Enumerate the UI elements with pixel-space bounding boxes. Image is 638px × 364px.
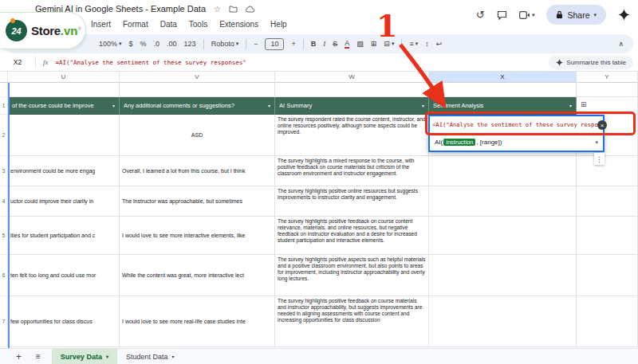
formula-input[interactable]: =AI("Analyse the sentiment of these surv… [56,59,246,66]
cell-u3[interactable]: environment could be more engag [8,156,120,186]
collapse-toolbar-icon[interactable]: ∧ [618,40,624,48]
star-icon[interactable]: ☆ [214,5,221,14]
currency-format-button[interactable]: $ [129,40,133,48]
comment-icon[interactable] [497,10,507,20]
row-header-6[interactable]: 6 [0,255,8,296]
formula-autocomplete[interactable]: AI( instruction , [range]) ▾ [430,134,603,151]
corner-box[interactable] [0,72,8,83]
increase-decimal-button[interactable]: .00 [167,40,177,48]
decrease-decimal-button[interactable]: .0 [154,40,160,48]
cell[interactable] [577,296,638,347]
more-formats-button[interactable]: 123 [184,40,196,48]
row-header-2[interactable]: 2 [0,115,8,156]
decrease-font-size-button[interactable]: − [254,40,258,48]
cloud-status-icon[interactable] [246,6,255,13]
menu-tools[interactable]: Tools [189,20,207,29]
insert-column-icon[interactable]: ⊞ [581,100,587,108]
row-header[interactable] [0,83,8,97]
column-header-w[interactable]: W [275,72,429,83]
header-cell-v[interactable]: Any additional comments or suggestions?▾ [120,97,275,115]
cell[interactable] [429,296,577,347]
font-select[interactable]: Roboto▾ [211,40,239,48]
more-options-icon[interactable]: ⋮ [594,153,605,165]
row-header-4[interactable]: 4 [0,186,8,217]
filter-caret-icon[interactable]: ▾ [422,103,424,108]
menu-format[interactable]: Format [123,20,148,29]
cell-v6[interactable]: While the content was great, more intera… [120,255,275,296]
header-cell-x[interactable]: Sentiment Analysis▾ [429,97,577,115]
strikethrough-button[interactable]: S [333,40,337,48]
cell-v2[interactable]: ASD [120,115,275,156]
chevron-down-icon[interactable]: ▾ [595,139,598,146]
meet-button[interactable]: ▾ [519,11,535,19]
header-cell-u[interactable]: of the course could be improve▾ [8,97,120,115]
cell-editor[interactable]: =AI("Analyse the sentiment of these surv… [428,115,605,152]
zoom-select[interactable]: 100%▾ [99,40,122,48]
gemini-icon[interactable] [618,9,630,21]
menu-data[interactable]: Data [160,20,177,29]
add-sheet-button[interactable]: + [16,351,22,362]
cell[interactable] [275,83,429,97]
cell[interactable] [429,186,577,217]
move-folder-icon[interactable] [229,6,238,13]
bold-button[interactable]: B [311,40,317,48]
cell-w5[interactable]: The survey highlights positive feedback … [275,217,429,255]
font-size-input[interactable]: 10 [265,38,284,50]
cell[interactable] [429,156,577,186]
row-header-7[interactable]: 7 [0,296,8,347]
row-header-1[interactable]: 1 [0,97,8,115]
cell[interactable] [429,255,577,296]
header-cell-w[interactable]: AI Summary▾ [275,97,429,115]
version-history-icon[interactable]: ↺ [476,9,485,21]
italic-button[interactable]: I [323,40,325,48]
fill-color-icon[interactable]: ▨ [356,40,364,48]
cell[interactable] [577,255,638,296]
menu-insert[interactable]: Insert [91,20,111,29]
cell[interactable] [429,217,577,255]
cell-reference-box[interactable]: X2 [0,58,35,66]
cell-u2[interactable] [8,115,120,156]
cell[interactable] [577,83,638,97]
text-wrap-icon[interactable]: ↩ [436,40,443,48]
cell-v5[interactable]: I would love to see more interactive ele… [120,217,275,255]
cell-editor-formula[interactable]: =AI("Analyse the sentiment of these surv… [430,116,603,134]
share-button[interactable]: Share ▾ [546,5,606,25]
column-header-v[interactable]: V [120,72,275,83]
filter-caret-icon[interactable]: ▾ [268,103,270,108]
percent-format-button[interactable]: % [140,40,147,48]
row-header-3[interactable]: 3 [0,156,8,186]
menu-help[interactable]: Help [270,20,287,29]
cell[interactable] [120,83,275,97]
sheet-tab-student-data[interactable]: Student Data ▾ [117,349,183,364]
cell-u6[interactable]: ten felt too long and could use mor [8,255,120,296]
cell-v3[interactable]: Overall, I learned a lot from this cours… [120,156,275,186]
vertical-align-icon[interactable]: ↕ [425,40,429,48]
cell-w6[interactable]: The survey highlights positive aspects s… [275,255,429,296]
sheet-tab-survey-data[interactable]: Survey Data ▾ [52,349,117,364]
cell-u4[interactable]: uctor could improve their clarity in [8,186,120,217]
increase-font-size-button[interactable]: + [291,40,295,48]
column-header-u[interactable]: U [8,72,120,83]
cell[interactable] [577,156,638,186]
summarize-table-button[interactable]: Summarize this table [549,56,633,69]
text-color-button[interactable]: A [345,40,349,49]
cell-v4[interactable]: The instructor was approachable, but som… [120,186,275,217]
cell-v7[interactable]: I would love to see more real-life case … [120,296,275,347]
cell[interactable] [577,217,638,255]
cell-w7[interactable]: The survey highlights positive feedback … [275,296,429,347]
row-header-5[interactable]: 5 [0,217,8,255]
column-header-x[interactable]: X [429,72,577,83]
cell[interactable] [8,83,120,97]
close-icon[interactable]: × [597,120,607,130]
horizontal-align-icon[interactable]: ≡▾ [409,40,418,48]
cell-w4[interactable]: The survey highlights positive online re… [275,186,429,217]
filter-caret-icon[interactable]: ▾ [112,103,115,108]
cell[interactable] [429,83,577,97]
cell-w2[interactable]: The survey respondent rated the course c… [275,115,429,156]
cell-u7[interactable]: few opportunities for class discus [8,296,120,347]
cell-w3[interactable]: The survey highlights a mixed response t… [275,156,429,186]
menu-extensions[interactable]: Extensions [219,20,258,29]
filter-caret-icon[interactable]: ▾ [569,103,572,108]
cell[interactable] [577,186,638,217]
cell-u5[interactable]: ities for student participation and c [8,217,120,255]
